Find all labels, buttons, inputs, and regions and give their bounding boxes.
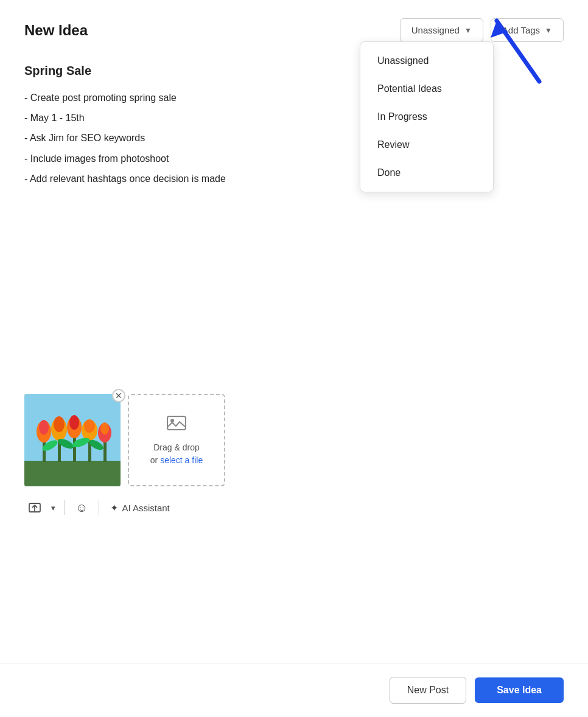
- remove-image-button[interactable]: ✕: [112, 389, 125, 402]
- page-footer: New Post Save Idea: [0, 663, 588, 717]
- svg-point-16: [84, 419, 95, 433]
- drop-zone-text: Drag & drop or select a file: [150, 441, 203, 467]
- drag-drop-label: Drag & drop: [153, 442, 199, 452]
- status-dropdown-menu: Unassigned Potential Ideas In Progress R…: [360, 41, 494, 192]
- dropdown-item-unassigned[interactable]: Unassigned: [360, 47, 493, 75]
- file-drop-zone[interactable]: Drag & drop or select a file: [128, 394, 225, 486]
- add-tags-label: Add Tags: [502, 25, 540, 35]
- upload-chevron-button[interactable]: ▾: [50, 500, 57, 516]
- header-controls: Unassigned ▼ Add Tags ▼: [400, 18, 564, 42]
- or-label: or: [150, 455, 160, 465]
- add-tags-chevron: ▼: [545, 26, 552, 35]
- uploaded-image: [24, 394, 121, 486]
- dropdown-item-potential-ideas[interactable]: Potential Ideas: [360, 75, 493, 103]
- svg-rect-3: [24, 461, 121, 486]
- add-tags-button[interactable]: Add Tags ▼: [491, 18, 564, 42]
- page-title: New Idea: [24, 22, 88, 39]
- emoji-button[interactable]: ☺: [72, 497, 91, 519]
- upload-section: ✕ Drag & drop or select a file: [24, 394, 564, 486]
- dropdown-item-in-progress[interactable]: In Progress: [360, 103, 493, 131]
- emoji-icon: ☺: [75, 501, 88, 515]
- select-file-link[interactable]: select a file: [160, 455, 203, 465]
- svg-point-12: [54, 416, 65, 432]
- editor-toolbar: ▾ ☺ ✦ AI Assistant: [24, 497, 564, 528]
- toolbar-divider-2: [99, 500, 99, 515]
- svg-point-10: [39, 420, 49, 435]
- ai-wand-icon: ✦: [110, 502, 118, 514]
- chevron-down-icon: ▾: [51, 503, 55, 512]
- uploaded-image-container: ✕: [24, 394, 121, 486]
- image-upload-icon: [166, 413, 187, 435]
- dropdown-item-review[interactable]: Review: [360, 131, 493, 159]
- ai-assistant-button[interactable]: ✦ AI Assistant: [107, 500, 173, 516]
- new-post-button[interactable]: New Post: [390, 677, 466, 704]
- header-row: New Idea Unassigned ▼ Add Tags ▼: [24, 18, 564, 42]
- dropdown-item-done[interactable]: Done: [360, 159, 493, 187]
- svg-point-18: [100, 422, 109, 435]
- status-dropdown-label: Unassigned: [411, 25, 460, 35]
- save-idea-button[interactable]: Save Idea: [475, 677, 564, 703]
- svg-rect-23: [167, 416, 186, 430]
- upload-button[interactable]: [24, 497, 45, 518]
- status-dropdown-chevron: ▼: [464, 26, 472, 35]
- ai-assistant-label: AI Assistant: [122, 503, 169, 513]
- svg-point-14: [69, 415, 79, 430]
- toolbar-divider: [64, 500, 65, 515]
- status-dropdown-button[interactable]: Unassigned ▼: [400, 18, 483, 42]
